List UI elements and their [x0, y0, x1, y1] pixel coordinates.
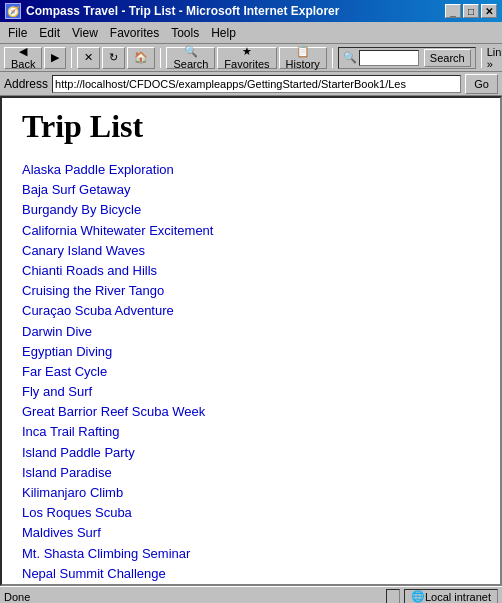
- list-item: Alaska Paddle Exploration: [22, 161, 480, 179]
- toolbar-separator-3: [332, 48, 333, 68]
- address-bar: Address Go: [0, 72, 502, 96]
- toolbar: ◀ Back ▶ ✕ ↻ 🏠 🔍 Search ★ Favorites 📋 Hi…: [0, 44, 502, 72]
- trip-link[interactable]: Baja Surf Getaway: [22, 182, 130, 197]
- list-item: Egyptian Diving: [22, 343, 480, 361]
- list-item: Island Paddle Party: [22, 444, 480, 462]
- title-bar-left: 🧭 Compass Travel - Trip List - Microsoft…: [5, 3, 339, 19]
- search-logo: 🔍: [343, 51, 357, 64]
- trip-link[interactable]: Curaçao Scuba Adventure: [22, 303, 174, 318]
- search-input[interactable]: [359, 50, 419, 66]
- history-button[interactable]: 📋 History: [279, 47, 327, 69]
- trip-link[interactable]: Maldives Surf: [22, 525, 101, 540]
- trip-link[interactable]: Darwin Dive: [22, 324, 92, 339]
- menu-bar: File Edit View Favorites Tools Help: [0, 22, 502, 44]
- favorites-button[interactable]: ★ Favorites: [217, 47, 276, 69]
- maximize-button[interactable]: □: [463, 4, 479, 18]
- search-toolbar-button[interactable]: 🔍 Search: [166, 47, 215, 69]
- trip-link[interactable]: Great Barrior Reef Scuba Week: [22, 404, 205, 419]
- trip-link[interactable]: Chianti Roads and Hills: [22, 263, 157, 278]
- menu-help[interactable]: Help: [205, 24, 242, 42]
- address-label: Address: [4, 77, 48, 91]
- trip-list: Alaska Paddle ExplorationBaja Surf Getaw…: [22, 161, 480, 586]
- trip-link[interactable]: Cruising the River Tango: [22, 283, 164, 298]
- search-area: 🔍 Search: [338, 47, 476, 69]
- links-label: Links »: [487, 46, 502, 70]
- list-item: Mt. Shasta Climbing Seminar: [22, 545, 480, 563]
- app-icon: 🧭: [5, 3, 21, 19]
- address-input[interactable]: [52, 75, 461, 93]
- list-item: Fly and Surf: [22, 383, 480, 401]
- trip-link[interactable]: Egyptian Diving: [22, 344, 112, 359]
- list-item: Curaçao Scuba Adventure: [22, 302, 480, 320]
- list-item: Island Paradise: [22, 464, 480, 482]
- close-button[interactable]: ✕: [481, 4, 497, 18]
- list-item: Canary Island Waves: [22, 242, 480, 260]
- list-item: Cruising the River Tango: [22, 282, 480, 300]
- window-title: Compass Travel - Trip List - Microsoft I…: [26, 4, 339, 18]
- list-item: Los Roques Scuba: [22, 504, 480, 522]
- trip-link[interactable]: Far East Cycle: [22, 364, 107, 379]
- menu-favorites[interactable]: Favorites: [104, 24, 165, 42]
- trip-link[interactable]: Kilimanjaro Climb: [22, 485, 123, 500]
- list-item: California Whitewater Excitement: [22, 222, 480, 240]
- zone-icon: 🌐: [411, 590, 425, 603]
- list-item: Chianti Roads and Hills: [22, 262, 480, 280]
- toolbar-separator-1: [71, 48, 72, 68]
- trip-link[interactable]: Fly and Surf: [22, 384, 92, 399]
- zone-label: Local intranet: [425, 591, 491, 603]
- toolbar-separator-4: [481, 48, 482, 68]
- trip-link[interactable]: Island Paddle Party: [22, 445, 135, 460]
- trip-link[interactable]: Nepal Summit Challenge: [22, 566, 166, 581]
- content-area: Trip List Alaska Paddle ExplorationBaja …: [0, 96, 502, 586]
- list-item: Maldives Surf: [22, 524, 480, 542]
- home-button[interactable]: 🏠: [127, 47, 155, 69]
- list-item: Far East Cycle: [22, 363, 480, 381]
- menu-edit[interactable]: Edit: [33, 24, 66, 42]
- list-item: Burgandy By Bicycle: [22, 201, 480, 219]
- forward-button[interactable]: ▶: [44, 47, 66, 69]
- refresh-button[interactable]: ↻: [102, 47, 125, 69]
- trip-link[interactable]: Island Paradise: [22, 465, 112, 480]
- window-controls[interactable]: _ □ ✕: [445, 4, 497, 18]
- back-button[interactable]: ◀ Back: [4, 47, 42, 69]
- list-item: Kilimanjaro Climb: [22, 484, 480, 502]
- menu-tools[interactable]: Tools: [165, 24, 205, 42]
- trip-link[interactable]: Mt. Shasta Climbing Seminar: [22, 546, 190, 561]
- trip-link[interactable]: Los Roques Scuba: [22, 505, 132, 520]
- minimize-button[interactable]: _: [445, 4, 461, 18]
- go-button[interactable]: Go: [465, 74, 498, 94]
- status-bar: Done 🌐 Local intranet: [0, 586, 502, 603]
- list-item: Nepal Summit Challenge: [22, 565, 480, 583]
- menu-view[interactable]: View: [66, 24, 104, 42]
- trip-link[interactable]: Inca Trail Rafting: [22, 424, 120, 439]
- stop-button[interactable]: ✕: [77, 47, 100, 69]
- list-item: Baja Surf Getaway: [22, 181, 480, 199]
- toolbar-separator-2: [160, 48, 161, 68]
- menu-file[interactable]: File: [2, 24, 33, 42]
- trip-link[interactable]: California Whitewater Excitement: [22, 223, 213, 238]
- trip-link[interactable]: Canary Island Waves: [22, 243, 145, 258]
- page-title: Trip List: [22, 108, 480, 145]
- status-panel-empty: [386, 589, 400, 604]
- list-item: Inca Trail Rafting: [22, 423, 480, 441]
- zone-panel: 🌐 Local intranet: [404, 589, 498, 604]
- status-done: Done: [4, 591, 382, 603]
- trip-link[interactable]: Alaska Paddle Exploration: [22, 162, 174, 177]
- trip-link[interactable]: Burgandy By Bicycle: [22, 202, 141, 217]
- list-item: Darwin Dive: [22, 323, 480, 341]
- title-bar: 🧭 Compass Travel - Trip List - Microsoft…: [0, 0, 502, 22]
- list-item: Great Barrior Reef Scuba Week: [22, 403, 480, 421]
- search-button[interactable]: Search: [424, 49, 471, 67]
- status-right: 🌐 Local intranet: [386, 589, 498, 604]
